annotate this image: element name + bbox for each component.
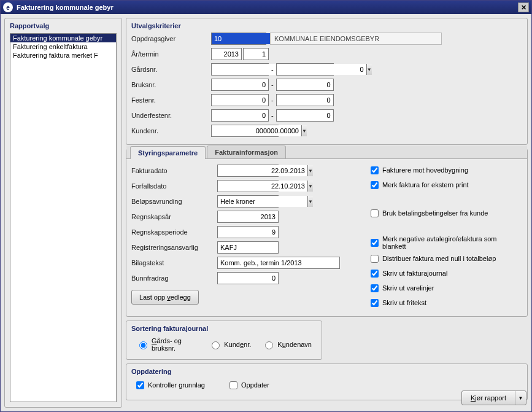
radio-kundenavn[interactable]: Kundenavn: [262, 340, 312, 349]
titlebar: e Fakturering kommunale gebyr ✕: [1, 1, 531, 14]
label-check-merk-negative: Merk negative avtalegiro/efaktura som bl…: [382, 235, 522, 250]
festenr-from-input[interactable]: [211, 94, 269, 106]
gardsnr-to-combo[interactable]: ▼: [276, 63, 334, 76]
label-oppdater: Oppdater: [241, 381, 269, 389]
check-skriv-varelinjer[interactable]: [371, 284, 379, 292]
app-icon: e: [3, 2, 13, 12]
label-regnskapsperiode: Regnskapsperiode: [131, 228, 217, 236]
range-dash: -: [271, 66, 274, 73]
label-check-distribuer-null: Distribuer faktura med null i totalbeløp: [382, 255, 496, 262]
label-bilagstekst: Bilagstekst: [131, 259, 217, 266]
check-fakturere-hovedbygning[interactable]: [371, 166, 379, 174]
bruksnr-to-input[interactable]: [276, 79, 334, 91]
label-registreringsansvarlig: Registreringsansvarlig: [131, 244, 217, 251]
tab-styringsparametre[interactable]: Styringsparametre: [130, 146, 206, 159]
tab-fakturainformasjon[interactable]: Fakturainformasjon: [207, 146, 286, 158]
label-check-merk-ekstern: Merk faktura for ekstern print: [382, 181, 469, 189]
ar-input[interactable]: [211, 48, 242, 60]
list-item[interactable]: Fakturering kommunale gebyr: [10, 34, 116, 42]
radio-gardsbruks-label: Gårds- og bruksnr.: [152, 337, 198, 352]
label-regnskapsar: Regnskapsår: [131, 213, 217, 220]
chevron-down-icon[interactable]: ▼: [307, 165, 313, 176]
list-item[interactable]: Fakturering enkeltfaktura: [10, 42, 116, 51]
criteria-group: Utvalgskriterier Oppdragsgiver ▼ KOMMUNA…: [126, 18, 528, 145]
criteria-legend: Utvalgskriterier: [131, 22, 522, 29]
chevron-down-icon[interactable]: ▼: [366, 64, 372, 75]
label-oppdragsgiver: Oppdragsgiver: [131, 35, 211, 42]
chevron-down-icon[interactable]: ▼: [307, 196, 313, 207]
close-icon[interactable]: ✕: [518, 2, 529, 12]
underfestenr-from-input[interactable]: [211, 109, 269, 122]
label-festenr: Festenr.: [131, 96, 211, 104]
fakturadato-combo[interactable]: ▼: [217, 165, 279, 177]
upload-attachment-button[interactable]: Last opp vedlegg: [131, 290, 199, 305]
forfallsdato-combo[interactable]: ▼: [217, 180, 279, 192]
check-bruk-betalingsbetingelser[interactable]: [371, 209, 379, 217]
chevron-down-icon[interactable]: ▼: [515, 391, 526, 405]
window-title: Fakturering kommunale gebyr: [17, 4, 518, 11]
label-underfestenr: Underfestenr.: [131, 112, 211, 119]
underfestenr-to-input[interactable]: [276, 109, 334, 122]
label-gardsnr: Gårdsnr.: [131, 66, 211, 73]
sortering-group: Sortering fakturajournal Gårds- og bruks…: [126, 321, 322, 360]
bruksnr-from-input[interactable]: [211, 79, 269, 91]
check-kontroller-grunnlag[interactable]: [136, 381, 144, 389]
termin-input[interactable]: [243, 48, 269, 60]
festenr-to-input[interactable]: [276, 94, 334, 106]
rapportvalg-legend: Rapportvalg: [10, 22, 117, 29]
check-skriv-fakturajournal[interactable]: [371, 270, 379, 278]
label-bunnfradrag: Bunnfradrag: [131, 274, 217, 282]
styring-group: Styringsparametre Fakturainformasjon Fak…: [126, 149, 528, 317]
check-merk-ekstern[interactable]: [371, 181, 379, 189]
bilagstekst-input[interactable]: [217, 257, 340, 269]
radio-kundenr-input[interactable]: [212, 341, 220, 349]
oppdatering-legend: Oppdatering: [131, 368, 522, 375]
regnskapsar-input[interactable]: [217, 211, 279, 223]
gardsnr-from-combo[interactable]: ▼: [211, 63, 269, 76]
bunnfradrag-input[interactable]: [217, 272, 279, 284]
kundenr-combo[interactable]: ▼: [211, 125, 279, 137]
check-merk-negative[interactable]: [371, 239, 379, 247]
rapportvalg-group: Rapportvalg Fakturering kommunale gebyr …: [4, 18, 122, 408]
registreringsansvarlig-input[interactable]: [217, 241, 279, 254]
chevron-down-icon[interactable]: ▼: [301, 125, 307, 136]
oppdragsgiver-combo[interactable]: ▼: [211, 33, 266, 45]
footer: Kjør rapport ▼: [460, 388, 528, 408]
chevron-down-icon[interactable]: ▼: [307, 181, 313, 192]
label-bruksnr: Bruksnr.: [131, 81, 211, 88]
report-list[interactable]: Fakturering kommunale gebyr Fakturering …: [10, 33, 117, 402]
content: Rapportvalg Fakturering kommunale gebyr …: [1, 14, 531, 411]
label-check-skriv-fritekst: Skriv ut fritekst: [382, 299, 426, 306]
label-check-fakturere-hovedbygning: Fakturere mot hovedbygning: [382, 166, 468, 174]
kundenr-input[interactable]: [212, 125, 301, 136]
label-check-bruk-betalingsbetingelser: Bruk betalingsbetingelser fra kunde: [382, 209, 488, 217]
run-report-label: Kjør rapport: [462, 391, 515, 405]
gardsnr-to-input[interactable]: [277, 64, 366, 75]
regnskapsperiode-input[interactable]: [217, 226, 279, 238]
check-distribuer-null[interactable]: [371, 255, 379, 263]
label-fakturadato: Fakturadato: [131, 167, 217, 174]
check-oppdater[interactable]: [229, 381, 237, 389]
label-check-skriv-fakturajournal: Skriv ut fakturajournal: [382, 270, 447, 277]
radio-kundenr[interactable]: Kundenr.: [209, 340, 251, 349]
label-kontroller-grunnlag: Kontroller grunnlag: [148, 381, 205, 389]
belopsavrunding-combo[interactable]: ▼: [217, 195, 279, 208]
label-ar-termin: År/termin: [131, 50, 211, 58]
range-dash: -: [271, 112, 274, 119]
tabs: Styringsparametre Fakturainformasjon: [126, 146, 527, 159]
forfallsdato-input[interactable]: [218, 181, 307, 192]
list-item[interactable]: Fakturering faktura merket F: [10, 51, 116, 60]
radio-kundenavn-label: Kundenavn: [277, 341, 312, 348]
belopsavrunding-input[interactable]: [218, 196, 307, 207]
radio-kundenavn-input[interactable]: [265, 341, 273, 349]
label-kundenr: Kundenr.: [131, 127, 211, 134]
radio-gardsbruks-input[interactable]: [139, 341, 147, 349]
run-report-button[interactable]: Kjør rapport ▼: [461, 391, 526, 405]
check-skriv-fritekst[interactable]: [371, 299, 379, 307]
window: e Fakturering kommunale gebyr ✕ Rapportv…: [0, 0, 532, 412]
fakturadato-input[interactable]: [218, 165, 307, 176]
radio-gardsbruks[interactable]: Gårds- og bruksnr.: [136, 337, 198, 352]
radio-kundenr-label: Kundenr.: [224, 341, 251, 348]
sortering-legend: Sortering fakturajournal: [131, 325, 317, 332]
oppdragsgiver-desc: KOMMUNALE EIENDOMSGEBYR: [270, 33, 442, 45]
